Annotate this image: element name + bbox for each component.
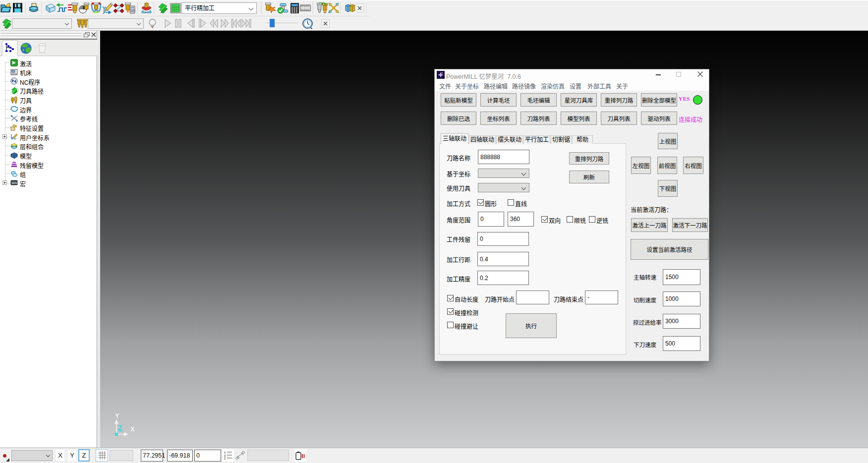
svg-text:Y: Y [115,412,119,419]
svg-text:X: X [130,425,135,433]
svg-text:MAC: MAC [12,181,18,184]
svg-text:Z: Z [118,424,122,432]
svg-text:z: z [224,457,226,460]
